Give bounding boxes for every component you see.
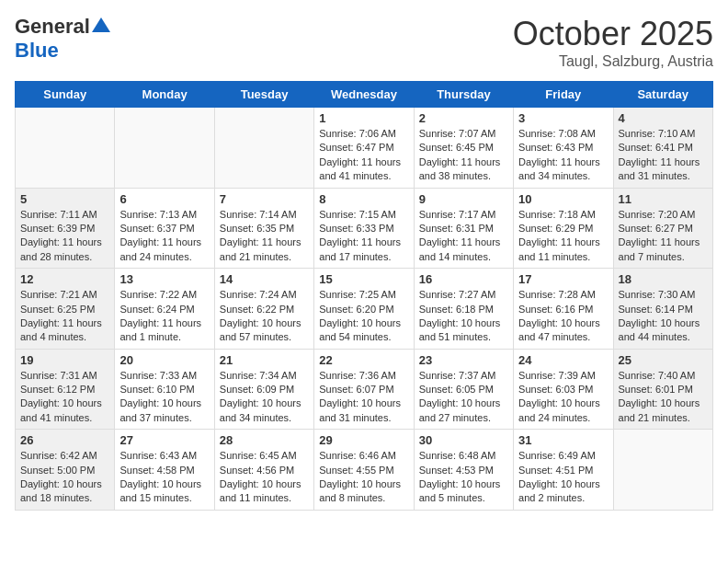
day-number: 21 [220,353,309,367]
day-info: Sunrise: 7:37 AMSunset: 6:05 PMDaylight:… [419,369,508,426]
calendar-cell: 25Sunrise: 7:40 AMSunset: 6:01 PMDayligh… [613,349,712,430]
day-info: Sunrise: 7:30 AMSunset: 6:14 PMDaylight:… [619,288,708,345]
calendar-cell: 17Sunrise: 7:28 AMSunset: 6:16 PMDayligh… [514,269,613,350]
day-number: 17 [518,272,608,286]
day-info: Sunrise: 7:24 AMSunset: 6:22 PMDaylight:… [220,288,309,345]
day-number: 4 [619,111,708,125]
day-number: 25 [619,353,708,367]
logo-blue-text: Blue [15,39,59,63]
calendar-cell: 3Sunrise: 7:08 AMSunset: 6:43 PMDaylight… [514,108,613,189]
day-info: Sunrise: 7:28 AMSunset: 6:16 PMDaylight:… [518,288,608,345]
calendar-cell: 24Sunrise: 7:39 AMSunset: 6:03 PMDayligh… [514,349,613,430]
day-info: Sunrise: 7:07 AMSunset: 6:45 PMDaylight:… [419,127,508,184]
day-info: Sunrise: 7:36 AMSunset: 6:07 PMDaylight:… [319,369,408,426]
title-block: October 2025 Taugl, Salzburg, Austria [513,15,713,70]
logo-triangle-icon [92,17,110,32]
day-number: 9 [419,192,508,206]
weekday-header-friday: Friday [514,82,613,108]
day-info: Sunrise: 7:06 AMSunset: 6:47 PMDaylight:… [319,127,408,184]
day-number: 19 [20,353,109,367]
day-number: 15 [319,272,408,286]
day-info: Sunrise: 7:40 AMSunset: 6:01 PMDaylight:… [619,369,708,426]
weekday-header-thursday: Thursday [414,82,513,108]
day-number: 6 [119,192,209,206]
day-info: Sunrise: 6:46 AMSunset: 4:55 PMDaylight:… [319,449,408,506]
calendar-cell: 10Sunrise: 7:18 AMSunset: 6:29 PMDayligh… [514,188,613,269]
day-number: 5 [20,192,109,206]
day-number: 11 [619,192,708,206]
day-number: 7 [220,192,309,206]
day-number: 1 [319,111,408,125]
calendar-cell: 27Sunrise: 6:43 AMSunset: 4:58 PMDayligh… [115,430,214,511]
calendar-cell: 8Sunrise: 7:15 AMSunset: 6:33 PMDaylight… [314,188,414,269]
calendar-cell: 26Sunrise: 6:42 AMSunset: 5:00 PMDayligh… [16,430,115,511]
calendar-cell: 6Sunrise: 7:13 AMSunset: 6:37 PMDaylight… [115,188,214,269]
day-number: 24 [518,353,608,367]
day-number: 26 [20,433,109,447]
calendar-cell: 7Sunrise: 7:14 AMSunset: 6:35 PMDaylight… [214,188,313,269]
calendar-week-row: 26Sunrise: 6:42 AMSunset: 5:00 PMDayligh… [16,430,713,511]
day-info: Sunrise: 7:18 AMSunset: 6:29 PMDaylight:… [518,208,608,265]
day-number: 22 [319,353,408,367]
weekday-header-tuesday: Tuesday [214,82,313,108]
day-info: Sunrise: 7:11 AMSunset: 6:39 PMDaylight:… [20,208,109,265]
calendar-cell: 20Sunrise: 7:33 AMSunset: 6:10 PMDayligh… [115,349,214,430]
calendar-cell: 29Sunrise: 6:46 AMSunset: 4:55 PMDayligh… [314,430,414,511]
day-number: 10 [518,192,608,206]
day-number: 16 [419,272,508,286]
weekday-header-sunday: Sunday [16,82,115,108]
day-number: 3 [518,111,608,125]
calendar-cell [115,108,214,189]
calendar-week-row: 12Sunrise: 7:21 AMSunset: 6:25 PMDayligh… [16,269,713,350]
calendar-week-row: 19Sunrise: 7:31 AMSunset: 6:12 PMDayligh… [16,349,713,430]
calendar-cell: 22Sunrise: 7:36 AMSunset: 6:07 PMDayligh… [314,349,414,430]
calendar-location: Taugl, Salzburg, Austria [513,53,713,70]
day-number: 14 [220,272,309,286]
day-info: Sunrise: 7:13 AMSunset: 6:37 PMDaylight:… [119,208,209,265]
day-number: 29 [319,433,408,447]
calendar-cell: 21Sunrise: 7:34 AMSunset: 6:09 PMDayligh… [214,349,313,430]
calendar-cell: 11Sunrise: 7:20 AMSunset: 6:27 PMDayligh… [613,188,712,269]
day-number: 18 [619,272,708,286]
calendar-cell: 19Sunrise: 7:31 AMSunset: 6:12 PMDayligh… [16,349,115,430]
day-number: 28 [220,433,309,447]
calendar-cell: 23Sunrise: 7:37 AMSunset: 6:05 PMDayligh… [414,349,513,430]
day-info: Sunrise: 7:21 AMSunset: 6:25 PMDaylight:… [20,288,109,345]
day-info: Sunrise: 7:10 AMSunset: 6:41 PMDaylight:… [619,127,708,184]
day-info: Sunrise: 7:08 AMSunset: 6:43 PMDaylight:… [518,127,608,184]
calendar-week-row: 1Sunrise: 7:06 AMSunset: 6:47 PMDaylight… [16,108,713,189]
day-info: Sunrise: 7:20 AMSunset: 6:27 PMDaylight:… [619,208,708,265]
day-info: Sunrise: 7:17 AMSunset: 6:31 PMDaylight:… [419,208,508,265]
calendar-week-row: 5Sunrise: 7:11 AMSunset: 6:39 PMDaylight… [16,188,713,269]
calendar-cell [613,430,712,511]
calendar-cell: 28Sunrise: 6:45 AMSunset: 4:56 PMDayligh… [214,430,313,511]
calendar-cell: 14Sunrise: 7:24 AMSunset: 6:22 PMDayligh… [214,269,313,350]
day-info: Sunrise: 7:22 AMSunset: 6:24 PMDaylight:… [119,288,209,345]
calendar-table: SundayMondayTuesdayWednesdayThursdayFrid… [15,81,713,511]
day-number: 23 [419,353,508,367]
day-info: Sunrise: 7:15 AMSunset: 6:33 PMDaylight:… [319,208,408,265]
day-number: 20 [119,353,209,367]
day-info: Sunrise: 6:45 AMSunset: 4:56 PMDaylight:… [220,449,309,506]
day-info: Sunrise: 7:34 AMSunset: 6:09 PMDaylight:… [220,369,309,426]
day-info: Sunrise: 7:25 AMSunset: 6:20 PMDaylight:… [319,288,408,345]
day-number: 12 [20,272,109,286]
day-info: Sunrise: 6:49 AMSunset: 4:51 PMDaylight:… [518,449,608,506]
weekday-header-row: SundayMondayTuesdayWednesdayThursdayFrid… [16,82,713,108]
day-number: 30 [419,433,508,447]
calendar-cell: 4Sunrise: 7:10 AMSunset: 6:41 PMDaylight… [613,108,712,189]
day-info: Sunrise: 7:27 AMSunset: 6:18 PMDaylight:… [419,288,508,345]
calendar-cell: 13Sunrise: 7:22 AMSunset: 6:24 PMDayligh… [115,269,214,350]
calendar-cell: 18Sunrise: 7:30 AMSunset: 6:14 PMDayligh… [613,269,712,350]
day-number: 13 [119,272,209,286]
calendar-cell [16,108,115,189]
day-info: Sunrise: 6:42 AMSunset: 5:00 PMDaylight:… [20,449,109,506]
day-info: Sunrise: 6:48 AMSunset: 4:53 PMDaylight:… [419,449,508,506]
calendar-cell: 31Sunrise: 6:49 AMSunset: 4:51 PMDayligh… [514,430,613,511]
calendar-cell: 15Sunrise: 7:25 AMSunset: 6:20 PMDayligh… [314,269,414,350]
calendar-cell: 1Sunrise: 7:06 AMSunset: 6:47 PMDaylight… [314,108,414,189]
header: General Blue October 2025 Taugl, Salzbur… [15,15,713,70]
logo-general-text: General [15,15,90,39]
calendar-title: October 2025 [513,15,713,53]
calendar-cell: 16Sunrise: 7:27 AMSunset: 6:18 PMDayligh… [414,269,513,350]
